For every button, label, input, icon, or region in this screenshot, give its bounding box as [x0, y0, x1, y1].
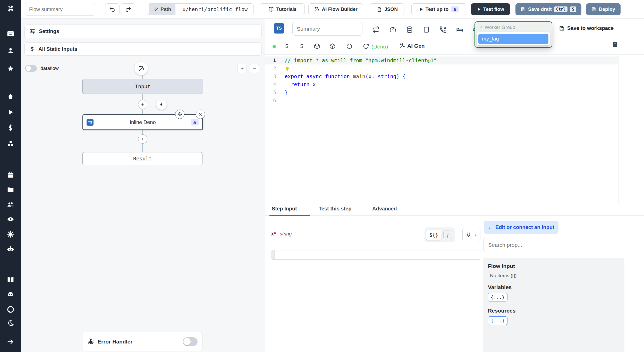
search-prop-input[interactable]: [483, 238, 622, 252]
windmill-flow-editor: Path u/henri/prolific_flow Tutorials AI …: [0, 0, 644, 352]
code-editor[interactable]: 1// import * as wmill from "npm:windmill…: [265, 55, 644, 204]
back-arrow-icon: ←: [488, 224, 493, 230]
settings-gear-icon[interactable]: [6, 229, 15, 239]
add-step-button-top[interactable]: +: [138, 100, 147, 109]
error-handler-toggle[interactable]: [183, 337, 198, 346]
json-button[interactable]: JSON: [370, 3, 404, 15]
zoom-in-button[interactable]: +: [238, 64, 247, 73]
expr-mode-button[interactable]: ${}: [426, 230, 442, 240]
cache-database-icon[interactable]: [406, 26, 413, 34]
favorites-star-icon[interactable]: [6, 64, 15, 73]
discord-icon[interactable]: [6, 290, 15, 299]
test-up-to-label: Test up to: [426, 6, 448, 12]
code-line[interactable]: 5}: [265, 88, 618, 96]
code-line[interactable]: 4 return x: [265, 80, 618, 88]
flow-node-result[interactable]: Result: [82, 152, 202, 165]
library-book-icon[interactable]: [612, 41, 618, 48]
folders-icon[interactable]: [6, 185, 15, 194]
github-icon[interactable]: [6, 305, 15, 314]
variables-title: Variables: [488, 284, 620, 290]
path-field[interactable]: Path u/henri/prolific_flow: [148, 3, 254, 15]
save-draft-button[interactable]: Save draft Ctrl S: [515, 3, 581, 15]
flow-summary-input[interactable]: [25, 3, 95, 16]
add-step-button-bottom[interactable]: +: [138, 134, 147, 144]
resources-icon[interactable]: [6, 139, 15, 149]
connect-input-plug-button[interactable]: [462, 228, 480, 242]
flow-settings-button[interactable]: Settings: [24, 24, 262, 38]
suspend-phone-icon[interactable]: [439, 26, 447, 34]
variables-dollar-icon[interactable]: [299, 43, 306, 50]
test-flow-button[interactable]: Test flow: [471, 3, 510, 15]
plug-icon: [466, 232, 471, 238]
code-line[interactable]: 6: [265, 96, 618, 104]
move-step-button[interactable]: [175, 110, 184, 119]
home-icon[interactable]: [6, 92, 15, 102]
variables-object-chip[interactable]: {...}: [488, 293, 507, 301]
zoom-out-button[interactable]: −: [250, 64, 259, 73]
all-static-inputs-button[interactable]: All Static Inputs: [24, 42, 262, 56]
test-up-to-button[interactable]: Test up to a: [411, 3, 466, 15]
sleep-icon[interactable]: [456, 26, 464, 34]
arrow-right-icon: [473, 233, 477, 237]
input-node-label: Input: [135, 83, 150, 89]
undo-button[interactable]: [105, 3, 120, 15]
apps-icon[interactable]: [6, 29, 15, 39]
worker-group-option-my-tag[interactable]: my_tag: [478, 34, 548, 44]
expand-sidebar-arrow-icon[interactable]: [6, 337, 15, 347]
result-node-label: Result: [133, 155, 152, 162]
retries-icon[interactable]: [372, 26, 380, 34]
zoom-out-label: −: [253, 65, 256, 72]
lightbulb-icon[interactable]: [285, 66, 290, 71]
early-stop-icon[interactable]: [422, 26, 430, 34]
reset-rotate-ccw-icon[interactable]: [346, 43, 353, 50]
step-summary-input[interactable]: [292, 22, 362, 36]
users-icon[interactable]: [6, 46, 15, 55]
dataflow-toggle[interactable]: [25, 65, 37, 72]
all-static-inputs-label: All Static Inputs: [38, 46, 77, 52]
javascript-mode-button[interactable]: f: [443, 231, 452, 239]
code-line[interactable]: 2: [265, 64, 618, 72]
runs-play-icon[interactable]: [6, 107, 15, 117]
save-to-workspace-button[interactable]: Save to workspace: [559, 25, 614, 31]
tab-test-this-step[interactable]: Test this step: [319, 206, 351, 212]
ai-gen-button[interactable]: AI Gen: [399, 43, 425, 49]
timeout-gauge-icon[interactable]: [389, 26, 397, 34]
schedules-calendar-icon[interactable]: [6, 170, 15, 180]
worker-group-dropdown[interactable]: ✓ Worker Group my_tag: [474, 21, 552, 48]
active-tab-underline: [269, 215, 310, 216]
add-trigger-button[interactable]: [156, 99, 167, 110]
tutorials-button[interactable]: Tutorials: [260, 3, 305, 15]
audit-logs-eye-icon[interactable]: [6, 214, 15, 224]
package-icon[interactable]: [314, 43, 320, 50]
workers-robot-icon[interactable]: [6, 244, 15, 254]
error-handler-row[interactable]: Error Handler: [82, 332, 202, 351]
code-line[interactable]: 1// import * as wmill from "npm:windmill…: [265, 56, 618, 64]
resources-object-chip[interactable]: {...}: [488, 316, 507, 325]
groups-icon[interactable]: [6, 200, 15, 209]
windmill-logo-icon[interactable]: [6, 4, 15, 13]
variables-dollar-icon[interactable]: [6, 123, 15, 133]
ts-language-badge: TS: [87, 119, 94, 126]
ai-wand-button[interactable]: [134, 62, 148, 75]
edit-or-connect-button[interactable]: ← Edit or connect an input: [484, 221, 558, 234]
language-label: (Deno): [371, 44, 388, 50]
save-icon: [591, 7, 597, 12]
code-line[interactable]: 3export async function main(x: string) {: [265, 72, 618, 80]
ai-flow-builder-button[interactable]: AI Flow Builder: [308, 3, 363, 15]
flow-node-input[interactable]: Input: [82, 79, 203, 94]
tab-step-input[interactable]: Step Input: [272, 206, 297, 212]
step-editor-panel: TS: [265, 19, 644, 352]
field-value-input[interactable]: [275, 250, 481, 259]
package-icon-2[interactable]: [329, 43, 336, 50]
dark-mode-moon-icon[interactable]: [6, 318, 15, 328]
static-inputs-dollar-icon[interactable]: [284, 43, 291, 50]
delete-step-button[interactable]: [196, 110, 205, 119]
redo-button[interactable]: [121, 3, 135, 15]
flow-node-inline-deno[interactable]: TS Inline Deno a: [82, 114, 203, 130]
deploy-button[interactable]: Deploy: [586, 3, 621, 15]
docs-book-icon[interactable]: [6, 275, 15, 285]
field-value-editor[interactable]: [271, 250, 481, 260]
change-language-refresh-icon[interactable]: [363, 43, 369, 50]
tab-advanced[interactable]: Advanced: [372, 206, 397, 212]
worker-group-label: Worker Group: [485, 24, 515, 30]
